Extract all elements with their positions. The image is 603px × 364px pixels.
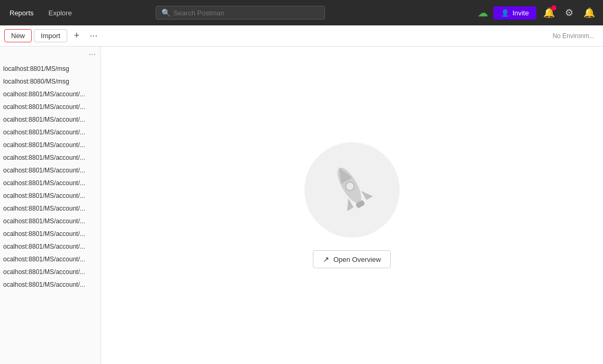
toolbar: New Import + ··· No Environm...	[0, 25, 603, 47]
sidebar-item[interactable]: ocalhost:8801/MS/account/...	[0, 88, 100, 101]
open-overview-button[interactable]: ↗ Open Overview	[313, 250, 391, 268]
sidebar: ··· localhost:8801/MS/msglocalhost:8080/…	[0, 47, 101, 364]
invite-button[interactable]: 👤 Invite	[493, 6, 536, 20]
no-environment-label: No Environm...	[553, 32, 599, 40]
sidebar-scroll: localhost:8801/MS/msglocalhost:8080/MS/m…	[0, 62, 100, 291]
cloud-icon: ☁	[478, 6, 488, 19]
main-layout: ··· localhost:8801/MS/msglocalhost:8080/…	[0, 47, 603, 364]
notification-button[interactable]: 🔔	[542, 5, 556, 20]
sidebar-item[interactable]: ocalhost:8801/MS/account/...	[0, 164, 100, 177]
sidebar-item[interactable]: ocalhost:8801/MS/account/...	[0, 126, 100, 139]
top-nav: Reports Explore 🔍 ☁ 👤 Invite 🔔 ⚙ 🔔	[0, 0, 603, 25]
main-content: ↗ Open Overview	[101, 47, 603, 364]
search-bar[interactable]: 🔍	[156, 6, 325, 20]
ellipsis-icon: ···	[89, 30, 97, 41]
sidebar-item[interactable]: ocalhost:8801/MS/account/...	[0, 253, 100, 266]
sidebar-header: ···	[0, 47, 100, 62]
notification-badge	[551, 5, 556, 11]
empty-state: ↗ Open Overview	[304, 142, 400, 268]
open-overview-icon: ↗	[323, 255, 329, 263]
explore-nav-link[interactable]: Explore	[46, 7, 75, 19]
nav-right: ☁ 👤 Invite 🔔 ⚙ 🔔	[478, 5, 597, 20]
sidebar-more-icon[interactable]: ···	[89, 50, 96, 59]
invite-icon: 👤	[501, 9, 509, 17]
plus-icon: +	[74, 30, 80, 41]
postman-icon	[326, 163, 379, 216]
gear-icon: ⚙	[565, 7, 573, 19]
svg-marker-3	[361, 187, 373, 200]
sidebar-item[interactable]: ocalhost:8801/MS/account/...	[0, 177, 100, 189]
sidebar-item[interactable]: ocalhost:8801/MS/account/...	[0, 202, 100, 215]
sidebar-item[interactable]: ocalhost:8801/MS/account/...	[0, 101, 100, 113]
add-tab-button[interactable]: +	[69, 29, 84, 43]
new-button[interactable]: New	[4, 29, 32, 42]
alert-icon: 🔔	[583, 7, 595, 19]
search-icon: 🔍	[161, 8, 170, 17]
sidebar-item[interactable]: ocalhost:8801/MS/account/...	[0, 139, 100, 151]
sidebar-item[interactable]: ocalhost:8801/MS/account/...	[0, 113, 100, 126]
sidebar-item[interactable]: localhost:8080/MS/msg	[0, 75, 100, 88]
svg-marker-2	[341, 198, 353, 211]
reports-nav-link[interactable]: Reports	[6, 7, 37, 19]
settings-button[interactable]: ⚙	[562, 5, 577, 20]
import-button[interactable]: Import	[34, 29, 67, 42]
sidebar-item[interactable]: ocalhost:8801/MS/account/...	[0, 189, 100, 202]
sidebar-item[interactable]: ocalhost:8801/MS/account/...	[0, 278, 100, 291]
empty-state-icon	[304, 142, 400, 238]
more-options-button[interactable]: ···	[86, 29, 101, 43]
sidebar-item[interactable]: ocalhost:8801/MS/account/...	[0, 266, 100, 278]
sidebar-item[interactable]: localhost:8801/MS/msg	[0, 62, 100, 75]
sidebar-item[interactable]: ocalhost:8801/MS/account/...	[0, 228, 100, 240]
alerts-button[interactable]: 🔔	[582, 5, 597, 20]
sidebar-item[interactable]: ocalhost:8801/MS/account/...	[0, 151, 100, 164]
sidebar-item[interactable]: ocalhost:8801/MS/account/...	[0, 240, 100, 253]
search-input[interactable]	[174, 9, 319, 17]
sidebar-item[interactable]: ocalhost:8801/MS/account/...	[0, 215, 100, 228]
